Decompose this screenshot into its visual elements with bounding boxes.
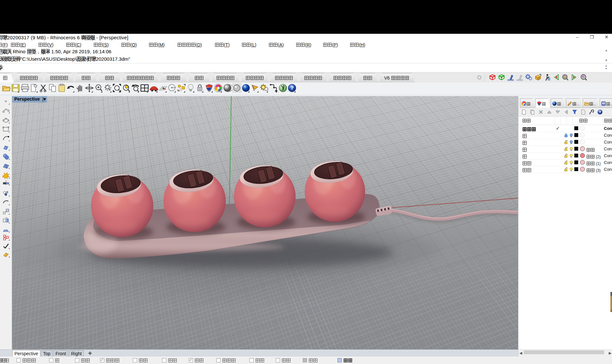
svg-text:?: ?: [603, 102, 604, 105]
svg-text:?: ?: [599, 110, 601, 114]
svg-text:?: ?: [290, 85, 294, 91]
